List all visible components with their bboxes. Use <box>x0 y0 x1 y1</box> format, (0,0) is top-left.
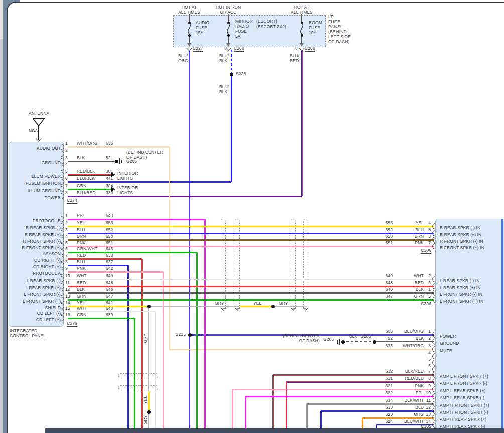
pin-hook <box>432 401 435 407</box>
pin-number: 1 <box>428 329 431 334</box>
pin-label: AMP R FRONT SPKR (+) <box>440 403 489 408</box>
wire-color-label: RED/BLK <box>77 169 95 174</box>
label: LEFT SIDE <box>328 35 351 39</box>
inline-connector-tube <box>118 385 158 390</box>
pin-number: 4 <box>428 351 431 355</box>
circuit-number-label: 651 <box>106 241 113 245</box>
wire-color-label: YEL <box>77 301 85 305</box>
wire-color-label: YEL <box>416 221 424 225</box>
wire-room-feed-blu-red <box>68 196 302 197</box>
label: C260 <box>234 46 244 52</box>
label: FUSE <box>328 20 340 24</box>
pin-number: 8 <box>428 376 431 381</box>
pin-label: R FRONT SPKR (+) <box>22 246 61 250</box>
circuit-number-label: 637 <box>106 260 113 264</box>
splice-dot <box>271 305 275 308</box>
pin-number: 1 <box>428 287 431 292</box>
label: G206 <box>126 159 137 164</box>
pin-hook <box>432 422 435 428</box>
wire-color-label: BLU <box>77 228 85 232</box>
pin-hook <box>432 360 435 366</box>
splice-dot <box>341 340 345 344</box>
wire-color-label: ORG <box>414 412 424 417</box>
wire-mirror-radio-feed-blu-blk <box>231 74 232 182</box>
label: HOT IN RUN <box>216 5 241 10</box>
circuit-number-label: 600 <box>386 329 393 334</box>
pin-label: ILLUM POWER <box>30 174 61 179</box>
wire-amp-lf-neg-red-blu <box>286 381 434 383</box>
pin-number: 5 <box>428 294 431 299</box>
label: GRY <box>279 301 288 306</box>
label: GRY <box>215 301 224 306</box>
circuit-number-label: 441 <box>106 176 113 181</box>
pin-label: POWER <box>44 196 61 200</box>
pin-label: GROUND <box>440 341 459 346</box>
label: C260 <box>305 46 315 52</box>
wire-r-rear-spkr-neg-yel <box>68 226 434 227</box>
label: 8 <box>224 46 227 51</box>
wire-color-label: PNK <box>415 241 424 245</box>
circuit-number-label: 622 <box>386 391 393 395</box>
wire-color-label: BLU <box>77 260 85 264</box>
pin-number: 5 <box>65 241 68 245</box>
pin-label: AMP R FRONT SPKR (-) <box>440 410 488 415</box>
pin-label: R REAR SPKR (+) <box>25 233 61 237</box>
label: GRY <box>143 334 148 343</box>
pin-number: 6 <box>65 176 68 181</box>
pin-hook <box>432 297 435 303</box>
label: BLU/ <box>219 54 229 58</box>
pin-label: AMP L REAR SPKR (+) <box>440 389 485 393</box>
wire-color-label: GRN <box>77 294 86 299</box>
pin-label: R REAR SPKR (-) IN <box>440 226 480 230</box>
circuit-number-label: 52 <box>106 156 111 160</box>
wire-cd-right-pos-blu <box>127 265 129 428</box>
pin-label: R REAR SPKR (-) <box>26 226 61 230</box>
splice-dot <box>147 305 151 308</box>
pin-label: PROTOCOL B <box>33 219 61 223</box>
label: 6 <box>295 46 298 51</box>
label: BLU/ <box>178 54 188 58</box>
wire-color-label: BLU/ORG <box>404 329 424 334</box>
label: FUSE <box>235 29 247 34</box>
pin-number: 7 <box>428 369 431 374</box>
wire-protocol-b-ppl <box>68 219 205 220</box>
wire-amp-rf-neg-blu <box>320 411 322 428</box>
circuit-number-label: 632 <box>386 369 393 374</box>
circuit-number-label: 645 <box>106 247 113 251</box>
pin-number: 1 <box>65 213 68 218</box>
label: BLU/ <box>219 85 229 89</box>
wire-l-front-spkr-pos-grn <box>68 299 434 301</box>
ground-icon <box>337 340 338 344</box>
wire-color-label: BLK <box>77 156 85 160</box>
pin-number: 2 <box>65 221 68 225</box>
pin-number: 15 <box>65 306 70 311</box>
pin-number: 3 <box>428 344 431 348</box>
pin-number: 8 <box>65 191 68 195</box>
pin-label: AMP L FRONT SPKR (+) <box>440 374 488 379</box>
wire-amp-rf-pos-blk-wht <box>306 404 308 428</box>
wire-l-rear-spkr-neg-wht <box>68 279 434 280</box>
pin-label: R FRONT SPKR (-) <box>23 239 61 244</box>
wire-color-label: RED <box>77 253 86 258</box>
wire-color-label: BLK <box>77 287 85 292</box>
wire-color-label: WHT/ORG <box>77 141 98 146</box>
label: 15A <box>196 31 203 35</box>
pin-hook <box>432 415 435 421</box>
label: AUDIO <box>196 21 209 25</box>
circuit-number-label: 650 <box>106 234 113 239</box>
pin-label: L REAR SPKR (-) IN <box>440 279 479 283</box>
wire-asyson-grn-wht <box>68 252 197 253</box>
wire-l-rear-spkr-pos-red <box>68 286 434 287</box>
pin-number: 11 <box>65 281 70 285</box>
splice-dot <box>115 160 118 163</box>
label: ORG <box>178 59 188 63</box>
label: YEL <box>253 301 261 306</box>
label: FUSE <box>309 26 320 30</box>
wire-color-label: BLK/RED <box>405 369 424 374</box>
inline-connector-tube <box>118 373 158 378</box>
wire-color-label: BLU/BLK <box>77 176 95 181</box>
wire-icp-ground-blk <box>68 161 115 162</box>
pin-label: AMP R REAR SPKR (+) <box>440 417 486 422</box>
wire-cd-left-neg-wht <box>155 312 156 428</box>
pin-number: 16 <box>65 313 70 317</box>
